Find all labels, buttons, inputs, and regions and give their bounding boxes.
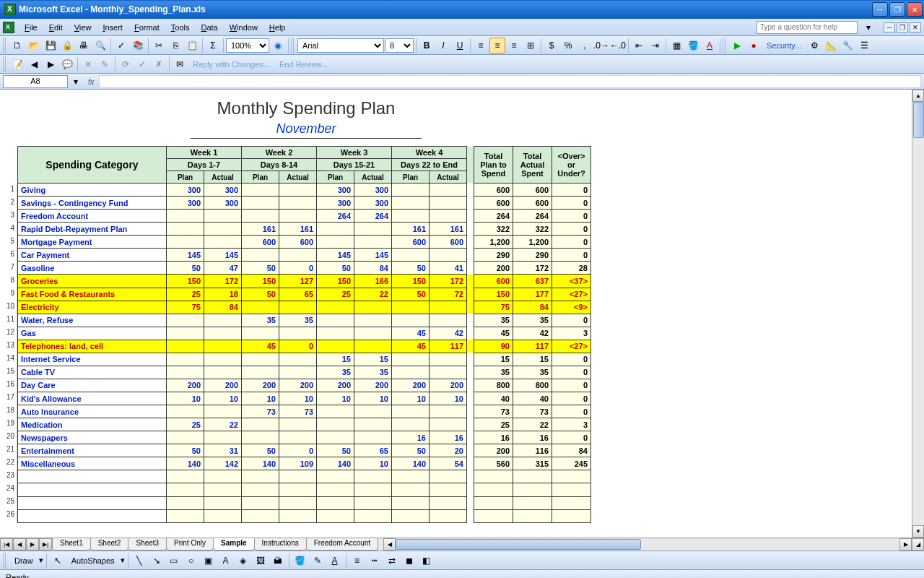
table-row[interactable]: Water, Refuse353535350: [18, 314, 591, 327]
row-number[interactable]: 14: [3, 354, 17, 367]
row-number[interactable]: 23: [3, 471, 17, 484]
line-style-icon[interactable]: ≡: [349, 553, 365, 569]
toolbar-handle-4[interactable]: [3, 56, 7, 72]
close-button[interactable]: ✕: [907, 2, 923, 17]
textbox-icon[interactable]: ▣: [201, 553, 217, 569]
table-row[interactable]: Mortgage Payment6006006006001,2001,2000: [18, 236, 591, 249]
research-icon[interactable]: 📚: [130, 38, 146, 53]
hscroll-left-icon[interactable]: ◀: [383, 538, 396, 551]
menu-help[interactable]: Help: [263, 22, 292, 33]
sheet-tab-sheet3[interactable]: Sheet3: [128, 538, 167, 551]
scroll-up-icon[interactable]: ▲: [912, 90, 924, 102]
row-number[interactable]: 12: [3, 328, 17, 341]
new-comment-icon[interactable]: 📝: [9, 56, 25, 72]
menu-edit[interactable]: Edit: [43, 22, 69, 33]
table-row[interactable]: Gasoline50475005084504120017228: [18, 262, 591, 275]
tab-first-icon[interactable]: |◀: [0, 538, 13, 551]
hscroll-thumb[interactable]: [396, 539, 641, 550]
fill-color-icon[interactable]: 🪣: [685, 38, 701, 53]
fill-color-draw-icon[interactable]: 🪣: [292, 553, 308, 569]
macro-play-icon[interactable]: ▶: [729, 38, 745, 53]
cut-icon[interactable]: ✂: [151, 38, 167, 53]
borders-icon[interactable]: ▦: [668, 38, 684, 53]
ink-icon[interactable]: ✎: [97, 56, 113, 72]
row-number[interactable]: 3: [3, 211, 17, 224]
shadow-icon[interactable]: ◼: [401, 553, 417, 569]
row-number[interactable]: 16: [3, 380, 17, 393]
decrease-indent-icon[interactable]: ⇤: [631, 38, 647, 53]
print-icon[interactable]: 🖶: [76, 38, 92, 53]
row-number[interactable]: 25: [3, 497, 17, 510]
permission-icon[interactable]: 🔒: [59, 38, 75, 53]
zoom-combo[interactable]: 100%: [226, 38, 269, 53]
minimize-button[interactable]: ─: [872, 2, 888, 17]
vertical-scrollbar[interactable]: ▲ ▼: [912, 90, 924, 538]
autosum-icon[interactable]: Σ: [205, 38, 221, 53]
row-number[interactable]: 24: [3, 484, 17, 497]
scroll-thumb[interactable]: [913, 102, 924, 138]
sheet-tab-freedom-account[interactable]: Freedom Account: [306, 538, 378, 551]
decrease-decimal-icon[interactable]: ←.0: [610, 38, 626, 53]
row-number[interactable]: 26: [3, 510, 17, 523]
bold-icon[interactable]: B: [419, 38, 435, 53]
send-mail-icon[interactable]: ✉: [172, 56, 188, 72]
table-row[interactable]: Electricity75847584<9>: [18, 301, 591, 314]
track-changes-icon[interactable]: ⟳: [118, 56, 134, 72]
doc-restore-button[interactable]: ❐: [897, 22, 908, 33]
table-row[interactable]: [18, 470, 591, 483]
dash-style-icon[interactable]: ┅: [367, 553, 383, 569]
accept-change-icon[interactable]: ✓: [134, 56, 150, 72]
table-row[interactable]: Gas454245423: [18, 327, 591, 340]
doc-minimize-button[interactable]: ─: [884, 22, 895, 33]
comma-icon[interactable]: ,: [577, 38, 593, 53]
rectangle-icon[interactable]: ▭: [166, 553, 182, 569]
row-number[interactable]: 8: [3, 276, 17, 289]
paste-icon[interactable]: 📋: [184, 38, 200, 53]
arrow-style-icon[interactable]: ⇄: [384, 553, 400, 569]
copy-icon[interactable]: ⎘: [167, 38, 183, 53]
table-row[interactable]: Groceries150172150127150166150172600637<…: [18, 275, 591, 288]
table-row[interactable]: Day Care2002002002002002002002008008000: [18, 379, 591, 392]
draw-handle[interactable]: [3, 553, 7, 569]
line-icon[interactable]: ╲: [131, 553, 147, 569]
table-row[interactable]: Telephones: land, cell4504511790117<27>: [18, 340, 591, 353]
table-row[interactable]: [18, 483, 591, 496]
row-number[interactable]: 17: [3, 393, 17, 406]
menu-data[interactable]: Data: [195, 22, 223, 33]
align-center-icon[interactable]: ≡: [489, 38, 505, 53]
reject-change-icon[interactable]: ✗: [151, 56, 167, 72]
maximize-button[interactable]: ❐: [889, 2, 905, 17]
reply-changes-link[interactable]: Reply with Changes...: [188, 60, 274, 69]
new-icon[interactable]: 🗋: [9, 38, 25, 53]
print-preview-icon[interactable]: 🔍: [92, 38, 108, 53]
table-row[interactable]: Giving3003003003006006000: [18, 184, 591, 197]
help-search-input[interactable]: [757, 21, 858, 34]
font-color-draw-icon[interactable]: A: [327, 553, 343, 569]
help-icon[interactable]: ◉: [270, 38, 286, 53]
diagram-icon[interactable]: ◈: [235, 553, 251, 569]
tab-next-icon[interactable]: ▶: [26, 538, 39, 551]
table-row[interactable]: Newspapers161616160: [18, 431, 591, 444]
table-row[interactable]: Kid's Allowance101010101010101040400: [18, 392, 591, 405]
oval-icon[interactable]: ○: [183, 553, 199, 569]
menu-insert[interactable]: Insert: [97, 22, 128, 33]
3d-icon[interactable]: ◧: [419, 553, 435, 569]
save-icon[interactable]: 💾: [43, 38, 58, 53]
menu-file[interactable]: File: [19, 22, 43, 33]
row-number[interactable]: 10: [3, 302, 17, 315]
row-number[interactable]: 7: [3, 263, 17, 276]
menu-tools[interactable]: Tools: [165, 22, 196, 33]
table-row[interactable]: Medication252225223: [18, 418, 591, 431]
row-number[interactable]: 4: [3, 224, 17, 237]
increase-indent-icon[interactable]: ⇥: [648, 38, 663, 53]
hscroll-right-icon[interactable]: ▶: [899, 538, 912, 551]
row-number[interactable]: 11: [3, 315, 17, 328]
fx-icon[interactable]: fx: [84, 77, 99, 86]
line-color-icon[interactable]: ✎: [310, 553, 326, 569]
formula-input[interactable]: [99, 75, 921, 88]
row-number[interactable]: 2: [3, 198, 17, 211]
align-right-icon[interactable]: ≡: [506, 38, 522, 53]
design-mode-icon[interactable]: 📐: [823, 38, 839, 53]
horizontal-scrollbar[interactable]: ◀ ▶ ◢: [383, 538, 924, 551]
properties-icon[interactable]: ☰: [856, 38, 872, 53]
